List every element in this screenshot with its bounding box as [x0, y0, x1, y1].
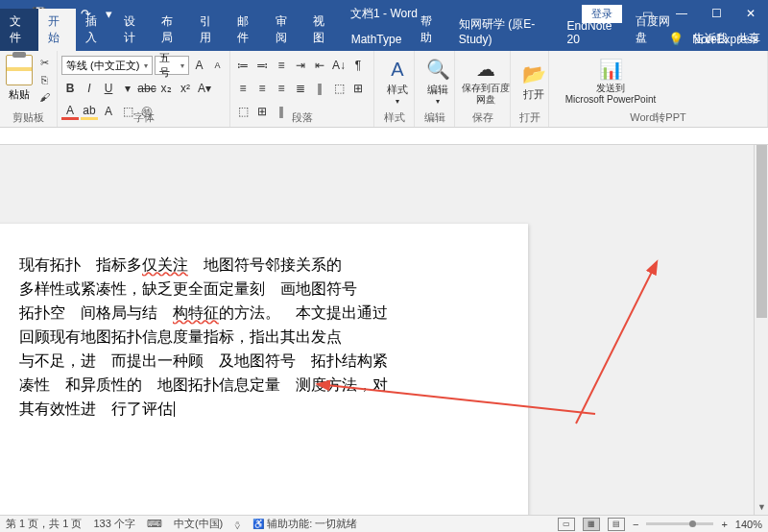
group-open-label: 打开 — [511, 110, 548, 125]
tab-审阅[interactable]: 审阅 — [266, 9, 304, 51]
font-fmt-4[interactable]: abc — [138, 79, 156, 98]
tell-me[interactable]: 告诉我 — [693, 31, 728, 47]
grow-font-icon[interactable]: A — [191, 56, 207, 75]
styles-icon: A — [391, 59, 403, 81]
font-size-combo[interactable]: 五号▾ — [155, 56, 189, 75]
para-row2-1[interactable]: ≡ — [253, 79, 271, 98]
group-clipboard-label: 剪贴板 — [0, 110, 57, 125]
document-page[interactable]: 现有拓扑 指标多仅关注 地图符号邻接关系的多样性或紧凑性，缺乏更全面定量刻 画地… — [0, 224, 528, 515]
tab-知网研学 (原E-Study)[interactable]: 知网研学 (原E-Study) — [449, 12, 558, 51]
status-insert-icon: ⎀ — [234, 519, 241, 530]
status-typing-icon: ⌨ — [147, 518, 162, 530]
tab-视图[interactable]: 视图 — [303, 9, 342, 51]
close-icon[interactable]: ✕ — [733, 0, 768, 27]
group-font-label: 字体 — [58, 110, 229, 125]
font-fmt-6[interactable]: x² — [177, 79, 194, 98]
font-fmt-5[interactable]: x₂ — [157, 79, 175, 98]
find-icon: 🔍 — [426, 58, 450, 81]
para-row2-3[interactable]: ≣ — [292, 79, 309, 98]
para-row1-1[interactable]: ≕ — [253, 56, 271, 75]
zoom-in-icon[interactable]: + — [721, 519, 727, 530]
font-fmt-0[interactable]: B — [61, 79, 79, 98]
ruler — [0, 128, 768, 145]
share-button[interactable]: 共享 — [737, 31, 760, 47]
para-row1-6[interactable]: ¶ — [349, 56, 367, 75]
status-access[interactable]: ♿ 辅助功能: 一切就绪 — [252, 517, 357, 531]
view-print-icon[interactable]: ▦ — [583, 518, 600, 531]
tab-布局[interactable]: 布局 — [152, 9, 190, 51]
font-fmt-2[interactable]: U — [100, 79, 117, 98]
scroll-thumb[interactable] — [756, 145, 767, 318]
para-row1-5[interactable]: A↓ — [330, 56, 348, 75]
paste-icon[interactable] — [6, 55, 33, 85]
bulb-icon: 💡 — [668, 32, 684, 46]
zoom-slider[interactable] — [646, 522, 713, 525]
zoom-out-icon[interactable]: − — [633, 519, 638, 530]
font-fmt-7[interactable]: A▾ — [196, 79, 213, 98]
para-row2-0[interactable]: ≡ — [234, 79, 252, 98]
tab-home[interactable]: 开始 — [38, 9, 77, 51]
tab-邮件[interactable]: 邮件 — [228, 9, 266, 51]
window-title: 文档1 - Word — [350, 6, 418, 22]
tab-帮助[interactable]: 帮助 — [411, 9, 449, 51]
status-lang[interactable]: 中文(中国) — [174, 517, 223, 531]
shrink-font-icon[interactable]: A — [209, 56, 226, 75]
tab-EndNote 20[interactable]: EndNote 20 — [558, 14, 627, 51]
copy-icon[interactable]: ⎘ — [36, 72, 53, 87]
edit-button[interactable]: 🔍 编辑▾ — [419, 53, 457, 110]
para-row1-3[interactable]: ⇥ — [292, 56, 309, 75]
maximize-icon[interactable]: ☐ — [699, 0, 733, 27]
open-button[interactable]: 📂 打开 — [515, 53, 553, 110]
tab-file[interactable]: 文件 — [0, 9, 38, 51]
group-edit-label: 编辑 — [415, 110, 454, 125]
font-fmt-3[interactable]: ▾ — [119, 79, 136, 98]
folder-icon: 📂 — [522, 62, 546, 85]
paste-button[interactable]: 粘贴 — [9, 87, 30, 102]
group-ppt-label: Word转PPT — [549, 110, 767, 125]
para-row1-4[interactable]: ⇤ — [311, 56, 328, 75]
format-painter-icon[interactable]: 🖌 — [36, 89, 53, 105]
group-style-label: 样式 — [374, 110, 414, 125]
send-to-ppt-button[interactable]: 📊 发送到 Microsoft PowerPoint — [553, 53, 668, 110]
para-row1-2[interactable]: ≡ — [273, 56, 290, 75]
styles-button[interactable]: A 样式▾ — [378, 53, 417, 110]
para-row2-6[interactable]: ⊞ — [349, 79, 367, 98]
save-baidu-button[interactable]: ☁ 保存到百度网盘 — [459, 53, 513, 110]
view-web-icon[interactable]: ▤ — [608, 518, 625, 531]
scroll-down-icon[interactable]: ▼ — [755, 500, 768, 515]
cut-icon[interactable]: ✂ — [36, 55, 53, 70]
svg-line-1 — [576, 270, 653, 423]
vertical-scrollbar[interactable]: ▲ ▼ — [754, 145, 768, 515]
para-row1-0[interactable]: ≔ — [234, 56, 252, 75]
para-row2-4[interactable]: ‖ — [311, 79, 328, 98]
cloud-icon: ☁ — [476, 58, 495, 81]
tab-MathType[interactable]: MathType — [342, 28, 412, 51]
group-paragraph-label: 段落 — [230, 110, 373, 125]
para-row2-5[interactable]: ⬚ — [330, 79, 348, 98]
font-fmt-1[interactable]: I — [81, 79, 98, 98]
tab-插入[interactable]: 插入 — [76, 9, 114, 51]
font-name-combo[interactable]: 等线 (中文正文)▾ — [61, 56, 153, 75]
zoom-level[interactable]: 140% — [735, 519, 762, 530]
status-words[interactable]: 133 个字 — [93, 517, 134, 531]
para-row2-2[interactable]: ≡ — [273, 79, 290, 98]
status-page[interactable]: 第 1 页，共 1 页 — [6, 517, 82, 531]
group-save-label: 保存 — [455, 110, 510, 125]
document-area[interactable]: 现有拓扑 指标多仅关注 地图符号邻接关系的多样性或紧凑性，缺乏更全面定量刻 画地… — [0, 145, 754, 515]
ppt-icon: 📊 — [599, 58, 623, 81]
view-read-icon[interactable]: ▭ — [558, 518, 575, 531]
tab-引用[interactable]: 引用 — [190, 9, 228, 51]
tab-设计[interactable]: 设计 — [114, 9, 153, 51]
